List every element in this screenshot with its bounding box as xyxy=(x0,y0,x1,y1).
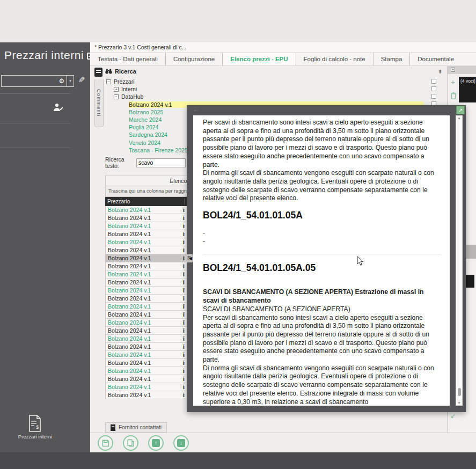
table-row[interactable]: Bolzano 2024 v.1 i B xyxy=(106,335,193,343)
save-button[interactable] xyxy=(98,435,113,451)
fornitori-contattati-button[interactable]: Fornitori contattati xyxy=(105,422,167,433)
table-row[interactable]: Bolzano 2024 v.1 i B xyxy=(106,214,193,222)
suppliers-book-icon xyxy=(111,424,115,431)
desktop-background xyxy=(0,0,476,42)
table-row[interactable]: Bolzano 2024 v.1 i B xyxy=(106,367,193,375)
tab-commenti-vertical[interactable]: Commenti xyxy=(94,79,104,127)
user-edit-icon[interactable] xyxy=(53,103,64,114)
scroll-up-icon[interactable]: ▲ xyxy=(456,116,462,120)
table-row[interactable]: Bolzano 2024 v.1 i B xyxy=(106,303,193,311)
taskbar-strip xyxy=(0,452,476,469)
scrollbar-thumb[interactable] xyxy=(458,388,461,396)
table-row[interactable]: Bolzano 2024 v.1 i B xyxy=(106,343,193,351)
search-input[interactable] xyxy=(2,78,57,84)
divider xyxy=(203,254,441,254)
mouse-cursor xyxy=(357,256,364,266)
ricerca-testo-label: Ricerca testo: xyxy=(105,156,136,169)
description-paragraph: Di norma gli scavi di sbancamento vengon… xyxy=(203,364,441,406)
table-row[interactable]: Bolzano 2024 v.1 i B xyxy=(106,327,193,335)
expander-icon[interactable]: + xyxy=(451,68,455,72)
info-icon[interactable]: i xyxy=(180,255,187,261)
tree-row-checkbox[interactable] xyxy=(431,86,436,91)
left-search-box: ⚙ ▾ xyxy=(1,75,74,87)
trash-icon[interactable] xyxy=(450,92,457,101)
table-row[interactable]: Bolzano 2024 v.1 i B xyxy=(106,319,193,327)
left-navigation-panel: Prezzari interni ⚙ ▾ ✎ $ Prezzari intern… xyxy=(0,42,90,452)
table-row[interactable]: Bolzano 2024 v.1 i B xyxy=(106,295,193,303)
save-icon xyxy=(102,439,109,447)
tree-item[interactable]: + Interni xyxy=(105,85,424,93)
tree-row-checkbox[interactable] xyxy=(431,94,436,99)
price-detail-content: Per scavi di sbancamento sono intesi sca… xyxy=(193,115,450,406)
price-detail-modal: ← ↗ Per scavi di sbancamento sono intesi… xyxy=(187,105,466,412)
tree-item[interactable]: − DataHub xyxy=(105,93,424,100)
divider xyxy=(0,123,70,123)
table-row[interactable]: Bolzano 2024 v.1 i B xyxy=(106,279,193,287)
import-down-icon: ↓ xyxy=(177,439,185,447)
export-button[interactable]: ↑ xyxy=(148,435,164,451)
table-panel-tab[interactable]: Elenco p xyxy=(105,175,193,186)
autohide-pin-icon[interactable]: ⇟ xyxy=(438,69,442,75)
add-voce-icon[interactable]: + xyxy=(451,78,455,86)
ricerca-panel-header: Ricerca xyxy=(105,68,136,75)
description-paragraph: Di norma gli scavi di sbancamento vengon… xyxy=(203,169,441,203)
tab[interactable]: Configurazione xyxy=(165,53,222,65)
prezzari-interni-doc-label: Prezzari interni xyxy=(0,434,70,439)
table-row[interactable]: Bolzano 2024 v.1 i B xyxy=(106,311,193,319)
table-row[interactable]: Bolzano 2024 v.1 i B xyxy=(106,222,193,230)
divider xyxy=(0,148,70,148)
elenco-prezzi-table-panel: Elenco p Trascina qui una colonna per ra… xyxy=(105,175,193,399)
description-paragraph: Per scavi di sbancamento sono intesi sca… xyxy=(203,119,441,169)
export-up-icon: ↑ xyxy=(152,439,160,447)
table-row[interactable]: Bolzano 2024 v.1 i B xyxy=(106,262,193,270)
expand-modal-icon[interactable]: ↗ xyxy=(456,106,465,114)
tab-bar: Testata - Dati generaliConfigurazioneEle… xyxy=(90,53,476,66)
voci-count-badge: (4 voci) xyxy=(459,77,476,102)
tab[interactable]: Foglio di calcolo - note xyxy=(296,53,373,65)
search-settings-icon[interactable]: ⚙ xyxy=(57,77,67,85)
item-subtitle: SCAVI DI SBANCAMENTO (A SEZIONE APERTA) xyxy=(203,305,441,314)
modal-scrollbar[interactable]: ▲ ▼ xyxy=(456,115,463,406)
table-row[interactable]: Bolzano 2024 v.1 i B xyxy=(106,287,193,295)
table-row[interactable]: Bolzano 2024 v.1 i B xyxy=(106,206,193,214)
description-paragraph: Per scavi di sbancamento sono intesi sca… xyxy=(203,314,441,364)
prezzari-interni-doc-icon[interactable]: $ xyxy=(27,414,42,435)
item-title-bold: SCAVI DI SBANCAMENTO (A SEZIONE APERTA) … xyxy=(203,288,441,305)
tab[interactable]: Testata - Dati generali xyxy=(90,53,165,65)
tab[interactable]: Stampa xyxy=(373,53,410,65)
table-header-row: Prezzario T xyxy=(105,197,193,206)
collapse-panel-icon[interactable]: ↙ xyxy=(450,412,456,420)
table-row[interactable]: Bolzano 2024 v.1 i B ◀ xyxy=(106,254,193,262)
copy-button[interactable] xyxy=(123,435,138,451)
svg-text:$: $ xyxy=(36,424,39,430)
table-row[interactable]: Bolzano 2024 v.1 i B xyxy=(106,230,193,238)
table-row[interactable]: Bolzano 2024 v.1 i B xyxy=(106,383,193,391)
table-row[interactable]: Bolzano 2024 v.1 i B xyxy=(106,359,193,367)
ricerca-testo-input[interactable] xyxy=(136,158,186,167)
table-row[interactable]: Bolzano 2024 v.1 i B xyxy=(106,351,193,359)
bottom-toolbar: ↑ ↓ xyxy=(90,433,476,452)
tree-expander-icon[interactable]: − xyxy=(114,94,119,99)
table-row[interactable]: Bolzano 2024 v.1 i B xyxy=(106,375,193,383)
tab[interactable]: Documentale xyxy=(409,53,462,65)
window-title: * Prezzario 3 v.1 Costi generali di c... xyxy=(90,42,476,53)
group-by-bar[interactable]: Trascina qui una colonna per raggrupparl… xyxy=(105,186,193,197)
tree-item[interactable]: − Prezzari xyxy=(105,78,424,85)
tree-row-checkbox[interactable] xyxy=(431,79,436,84)
search-dropdown-icon[interactable]: ▾ xyxy=(67,76,74,86)
edit-pencil-icon[interactable]: ✎ xyxy=(78,75,85,85)
table-row[interactable]: Bolzano 2024 v.1 i B xyxy=(106,246,193,254)
tree-expander-icon[interactable]: − xyxy=(106,79,111,84)
back-arrow-icon[interactable]: ← xyxy=(193,105,200,113)
right-panel-row[interactable]: + xyxy=(448,66,476,74)
import-button[interactable]: ↓ xyxy=(173,435,189,451)
table-row[interactable]: Bolzano 2024 v.1 i B xyxy=(106,391,193,399)
table-row[interactable]: Bolzano 2024 v.1 i B xyxy=(106,238,193,246)
column-header-prezzario[interactable]: Prezzario xyxy=(105,199,184,204)
tree-expander-icon[interactable]: + xyxy=(114,87,119,92)
comments-book-icon[interactable] xyxy=(94,68,102,77)
table-rows: Bolzano 2024 v.1 i B Bolzano 2024 v.1 i … xyxy=(105,206,193,399)
table-row[interactable]: Bolzano 2024 v.1 i B xyxy=(106,270,193,279)
scroll-down-icon[interactable]: ▼ xyxy=(456,401,462,405)
tab[interactable]: Elenco prezzi - EPU xyxy=(222,53,295,65)
